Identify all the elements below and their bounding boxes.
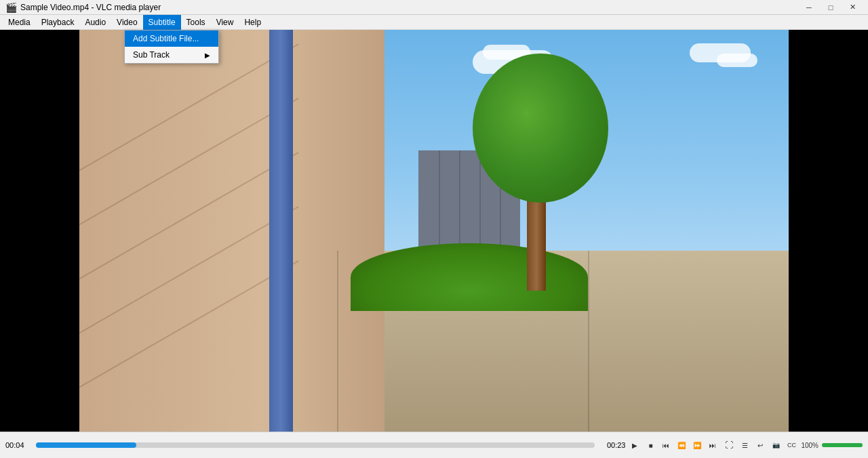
menu-subtitle[interactable]: Subtitle (143, 15, 181, 30)
shadow-overlay (79, 30, 384, 432)
title-bar-controls: ─ □ ✕ (799, 1, 863, 14)
rewind-button[interactable]: ⏪ (675, 438, 688, 452)
close-button[interactable]: ✕ (842, 1, 863, 14)
add-subtitle-label: Add Subtitle File... (133, 34, 199, 43)
left-letterbox (0, 30, 79, 432)
volume-percent-label: 100% (801, 442, 818, 449)
next-button[interactable]: ⏭ (706, 438, 719, 452)
menu-help[interactable]: Help (239, 15, 267, 30)
scene-tree-foliage (473, 54, 608, 203)
time-total: 00:23 (601, 441, 625, 449)
video-area[interactable] (0, 30, 868, 432)
subtitle-dropdown-menu: Add Subtitle File... Sub Track ▶ (124, 30, 219, 64)
loop-button[interactable]: ↩ (753, 438, 767, 452)
menu-playback[interactable]: Playback (36, 15, 80, 30)
menu-tools[interactable]: Tools (181, 15, 211, 30)
minimize-button[interactable]: ─ (799, 1, 819, 14)
controls-bar: 00:04 00:23 ▶ ■ ⏮ ⏪ ⏩ ⏭ ⛶ ☰ ↩ 📷 CC 100% (0, 432, 868, 458)
maximize-button[interactable]: □ (821, 1, 841, 14)
menu-video[interactable]: Video (111, 15, 142, 30)
fullscreen-button[interactable]: ⛶ (722, 438, 736, 452)
subtitle-toggle-button[interactable]: CC (785, 438, 798, 452)
menu-audio[interactable]: Audio (79, 15, 111, 30)
time-current: 00:04 (5, 441, 29, 449)
road-line-1 (337, 251, 338, 432)
forward-button[interactable]: ⏩ (690, 438, 704, 452)
progress-bar[interactable] (36, 442, 595, 448)
menu-bar: Media Playback Audio Video Subtitle Tool… (0, 15, 868, 30)
extra-controls: ⛶ ☰ ↩ 📷 CC (722, 438, 798, 452)
snapshot-button[interactable]: 📷 (769, 438, 783, 452)
prev-button[interactable]: ⏮ (659, 438, 673, 452)
volume-bar[interactable] (822, 443, 863, 447)
sub-track-label: Sub Track (133, 50, 170, 60)
scene-bushes (351, 243, 588, 311)
progress-fill (36, 442, 136, 448)
volume-fill (822, 443, 863, 447)
dropdown-sub-track[interactable]: Sub Track ▶ (125, 47, 218, 63)
playback-controls: ▶ ■ ⏮ ⏪ ⏩ ⏭ (628, 438, 719, 452)
video-scene (79, 30, 789, 432)
title-bar: 🎬 Sample Video.mp4 - VLC media player ─ … (0, 0, 868, 15)
shadow-line-5 (79, 260, 299, 397)
stop-button[interactable]: ■ (644, 438, 657, 452)
scene-building-wall (79, 30, 384, 432)
right-letterbox (789, 30, 868, 432)
sub-track-arrow: ▶ (205, 51, 210, 59)
cloud-4 (717, 54, 757, 67)
scene-blue-stripe (269, 30, 293, 432)
playlist-button[interactable]: ☰ (738, 438, 751, 452)
title-bar-left: 🎬 Sample Video.mp4 - VLC media player (5, 2, 161, 13)
menu-view[interactable]: View (211, 15, 239, 30)
window-title: Sample Video.mp4 - VLC media player (20, 3, 161, 12)
volume-controls: 100% (801, 442, 863, 449)
menu-media[interactable]: Media (3, 15, 36, 30)
dropdown-add-subtitle[interactable]: Add Subtitle File... (125, 30, 218, 47)
road-line-2 (588, 251, 589, 432)
play-button[interactable]: ▶ (628, 438, 642, 452)
vlc-icon: 🎬 (5, 2, 16, 13)
